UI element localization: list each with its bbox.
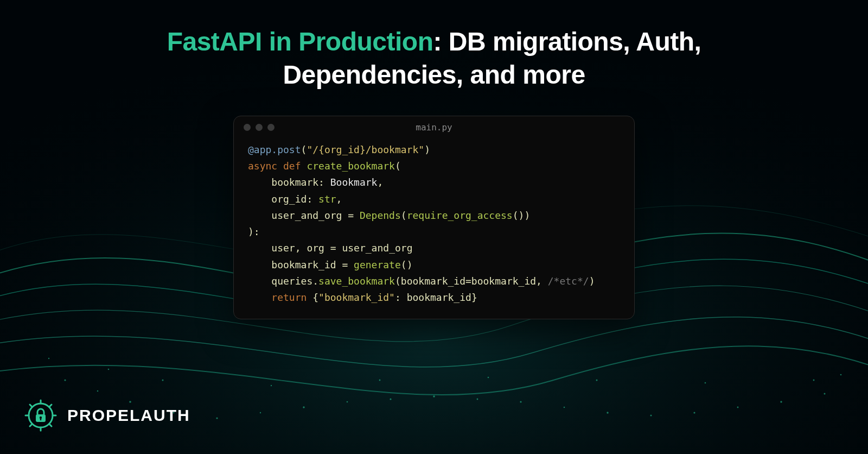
svg-point-24 [271, 385, 272, 386]
svg-point-11 [477, 399, 478, 400]
svg-line-35 [30, 405, 33, 407]
svg-point-10 [433, 395, 435, 398]
svg-line-38 [49, 405, 52, 407]
propelauth-lock-gear-icon [24, 399, 58, 432]
brand: PROPELAUTH [24, 399, 190, 432]
title-accent: FastAPI in Production [167, 27, 433, 56]
svg-point-18 [780, 401, 782, 402]
code-window-header: main.py [234, 116, 634, 136]
svg-point-9 [390, 398, 391, 400]
svg-point-6 [260, 412, 261, 413]
title-rest-1: : DB migrations, Auth, [433, 27, 701, 56]
svg-point-26 [488, 377, 489, 379]
svg-point-25 [379, 380, 381, 381]
brand-name: PROPELAUTH [67, 406, 190, 425]
svg-point-1 [64, 379, 66, 381]
svg-point-15 [650, 415, 652, 417]
svg-point-29 [813, 380, 815, 381]
svg-point-19 [824, 393, 826, 395]
svg-point-12 [520, 401, 521, 402]
title-line-2: Dependencies, and more [283, 60, 585, 89]
code-window: main.py @app.post("/{org_id}/bookmark") … [233, 116, 635, 319]
svg-line-37 [30, 424, 33, 427]
svg-point-2 [97, 390, 99, 392]
svg-point-13 [564, 407, 565, 408]
page-title: FastAPI in Production: DB migrations, Au… [0, 25, 868, 92]
svg-point-16 [693, 412, 695, 413]
svg-point-14 [607, 412, 608, 413]
svg-point-5 [216, 417, 218, 419]
code-body: @app.post("/{org_id}/bookmark") async de… [234, 136, 634, 319]
code-filename: main.py [234, 122, 634, 133]
svg-line-36 [49, 424, 52, 427]
svg-point-17 [737, 407, 739, 408]
svg-point-22 [108, 369, 110, 370]
svg-point-23 [162, 380, 164, 381]
svg-point-21 [840, 374, 842, 376]
svg-point-20 [48, 358, 49, 359]
svg-point-8 [347, 401, 348, 403]
svg-point-27 [596, 380, 598, 381]
svg-point-7 [303, 406, 304, 408]
svg-point-28 [705, 382, 706, 384]
